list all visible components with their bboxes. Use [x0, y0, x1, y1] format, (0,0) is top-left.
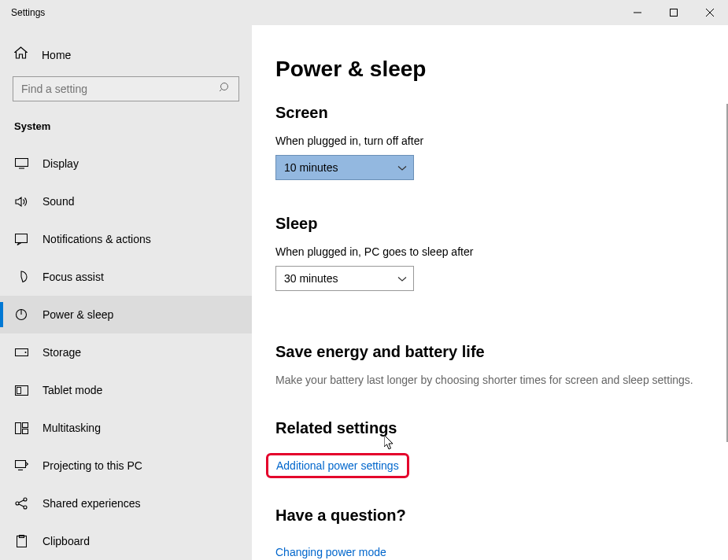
chevron-down-icon — [397, 272, 407, 285]
shared-experiences-icon — [14, 496, 28, 510]
notifications-icon — [14, 232, 28, 246]
svg-line-5 — [220, 90, 222, 92]
have-question-heading: Have a question? — [275, 507, 728, 525]
additional-power-settings-link[interactable]: Additional power settings — [276, 459, 399, 472]
nav-label: Storage — [42, 346, 81, 359]
power-icon — [14, 308, 28, 322]
sidebar-item-display[interactable]: Display — [0, 145, 252, 182]
nav-label: Projecting to this PC — [42, 459, 142, 472]
scrollbar[interactable] — [725, 104, 728, 560]
close-button[interactable] — [692, 0, 728, 25]
svg-point-22 — [24, 506, 27, 509]
window-title: Settings — [0, 7, 45, 18]
sidebar-item-power-sleep[interactable]: Power & sleep — [0, 296, 252, 333]
nav-label: Clipboard — [42, 535, 90, 547]
maximize-button[interactable] — [656, 0, 692, 25]
sidebar-home[interactable]: Home — [0, 46, 252, 64]
minimize-icon — [634, 9, 641, 17]
sound-icon — [14, 194, 28, 208]
svg-line-24 — [19, 504, 24, 507]
sidebar-item-clipboard[interactable]: Clipboard — [0, 522, 252, 560]
content-area: Power & sleep Screen When plugged in, tu… — [252, 25, 728, 560]
clipboard-icon — [14, 534, 28, 548]
nav-label: Multitasking — [42, 422, 101, 434]
changing-power-mode-link[interactable]: Changing power mode — [275, 546, 386, 558]
svg-point-4 — [221, 83, 228, 90]
svg-line-23 — [19, 500, 24, 503]
nav-label: Display — [42, 157, 79, 170]
focus-assist-icon — [14, 270, 28, 284]
nav-label: Notifications & actions — [42, 233, 151, 245]
nav-label: Tablet mode — [42, 384, 102, 396]
maximize-icon — [670, 9, 678, 17]
multitasking-icon — [14, 421, 28, 435]
svg-rect-6 — [15, 159, 28, 167]
svg-rect-18 — [15, 461, 25, 468]
screen-turnoff-label: When plugged in, turn off after — [275, 134, 728, 147]
screen-turnoff-dropdown[interactable]: 10 minutes — [275, 155, 414, 180]
storage-icon — [14, 345, 28, 359]
sidebar-item-notifications[interactable]: Notifications & actions — [0, 220, 252, 258]
highlight-annotation: Additional power settings — [266, 453, 409, 478]
sleep-heading: Sleep — [275, 215, 728, 233]
nav-label: Power & sleep — [42, 308, 113, 321]
sleep-label: When plugged in, PC goes to sleep after — [275, 245, 728, 258]
sidebar-item-storage[interactable]: Storage — [0, 333, 252, 371]
nav-list: Display Sound Notifications & actions Fo… — [0, 145, 252, 560]
home-label: Home — [42, 49, 71, 61]
search-input[interactable] — [13, 76, 239, 101]
nav-label: Sound — [42, 195, 74, 208]
svg-rect-8 — [16, 234, 28, 242]
sidebar-item-projecting[interactable]: Projecting to this PC — [0, 447, 252, 484]
svg-rect-17 — [22, 429, 28, 433]
page-title: Power & sleep — [275, 57, 728, 82]
related-settings-heading: Related settings — [275, 419, 728, 437]
display-icon — [14, 157, 28, 171]
save-energy-subtext: Make your battery last longer by choosin… — [275, 374, 728, 386]
sidebar: Home System Display Sound — [0, 25, 252, 560]
close-icon — [706, 9, 714, 17]
svg-rect-16 — [22, 422, 28, 427]
sidebar-item-focus-assist[interactable]: Focus assist — [0, 258, 252, 296]
sleep-dropdown[interactable]: 30 minutes — [275, 266, 414, 291]
nav-label: Shared experiences — [42, 497, 141, 510]
dropdown-value: 30 minutes — [284, 272, 338, 285]
screen-heading: Screen — [275, 104, 728, 122]
titlebar: Settings — [0, 0, 728, 25]
save-energy-heading: Save energy and battery life — [275, 343, 728, 361]
svg-point-21 — [24, 498, 27, 501]
svg-point-12 — [24, 352, 26, 353]
tablet-mode-icon — [14, 383, 28, 397]
nav-label: Focus assist — [42, 271, 104, 283]
projecting-icon — [14, 459, 28, 473]
sidebar-item-tablet-mode[interactable]: Tablet mode — [0, 371, 252, 409]
sidebar-item-shared-experiences[interactable]: Shared experiences — [0, 484, 252, 522]
search-icon — [220, 82, 231, 96]
minimize-button[interactable] — [619, 0, 656, 25]
svg-rect-1 — [671, 9, 678, 17]
dropdown-value: 10 minutes — [284, 161, 338, 174]
sidebar-item-sound[interactable]: Sound — [0, 182, 252, 220]
svg-rect-15 — [15, 422, 20, 433]
sidebar-item-multitasking[interactable]: Multitasking — [0, 409, 252, 447]
home-icon — [14, 46, 28, 63]
sidebar-section-label: System — [0, 101, 252, 145]
chevron-down-icon — [397, 161, 407, 174]
svg-rect-14 — [17, 387, 20, 393]
search-field[interactable] — [21, 83, 220, 95]
svg-point-20 — [16, 502, 19, 505]
